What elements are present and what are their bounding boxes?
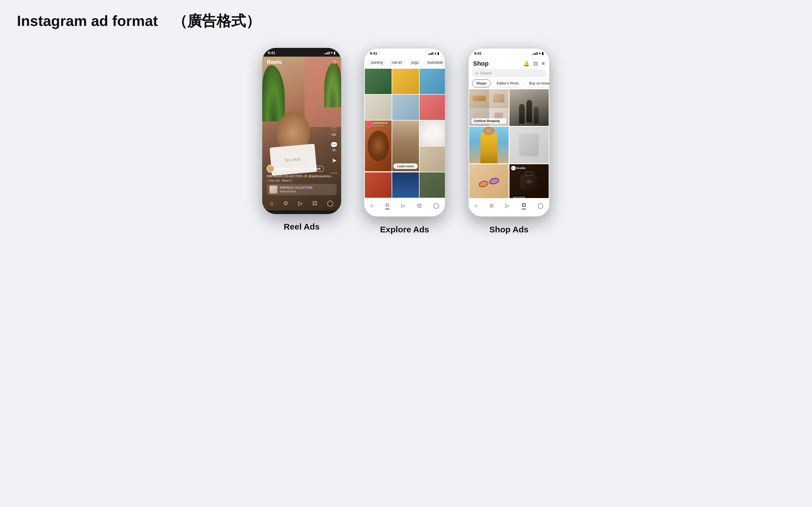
reel-share-icon: ➤: [332, 157, 337, 164]
shop-cell-gray-hoodie[interactable]: [509, 127, 549, 163]
reel-avatar: [267, 165, 274, 173]
explore-battery-icon: ▮: [437, 52, 439, 55]
phones-row: 9:41 ▾ ▮: [17, 48, 795, 234]
explore-cell-plants[interactable]: [365, 69, 392, 94]
shop-notification-icon[interactable]: 🔔: [523, 61, 529, 67]
explore-cell-ocean[interactable]: [392, 172, 419, 198]
shop-time: 9:41: [474, 51, 481, 55]
reel-share-action[interactable]: ➤: [332, 157, 337, 164]
shop-wishlist-icon[interactable]: ⊡: [534, 61, 538, 67]
explore-tag-painting[interactable]: painting: [368, 59, 386, 66]
explore-nav-search-icon[interactable]: ⊙: [385, 202, 389, 209]
explore-grid: notablefood Sponsored Learn more: [364, 68, 445, 198]
explore-cell-yellow[interactable]: [392, 69, 419, 94]
reel-phone-shell: 9:41 ▾ ▮: [262, 48, 341, 214]
explore-sponsored-info: notablefood Sponsored: [373, 122, 388, 127]
explore-cell-sponsored[interactable]: notablefood Sponsored: [365, 121, 392, 171]
reel-comment-count: 83: [333, 149, 336, 152]
explore-cell-sofa[interactable]: [419, 172, 445, 198]
shop-tab-shops[interactable]: Shops: [472, 79, 491, 87]
reel-nav-shop-icon[interactable]: ⊡: [312, 200, 317, 207]
reel-song: ♪ Cleo Sol · When I'l: [267, 179, 292, 182]
explore-learn-more-button[interactable]: Learn more: [393, 163, 418, 169]
shop-cell-bag[interactable]: F feroldis Sponsored: [509, 164, 549, 198]
shop-tab-editors-picks[interactable]: Editor's Picks: [493, 79, 523, 87]
shop-search-bar[interactable]: ⊙ Search: [472, 69, 546, 77]
shop-search-icon: ⊙: [475, 71, 478, 75]
explore-sponsored-avatar: [366, 122, 371, 127]
shop-header-icons: 🔔 ⊡ ≡: [523, 61, 545, 67]
reel-plant-left: [262, 65, 285, 121]
shop-phone-shell: 9:41 ▾ ▮ Shop 🔔: [468, 48, 550, 217]
shop-brand-badge: F feroldis: [511, 166, 526, 170]
explore-cell-desk[interactable]: [365, 95, 392, 120]
shop-cell-yellow-person[interactable]: [469, 127, 509, 163]
reel-label: Reel Ads: [284, 222, 319, 231]
explore-bottom-nav: ⌂ ⊙ ▷ ⊡ ◯: [364, 198, 445, 213]
reel-like-action[interactable]: ♡ 692: [331, 126, 337, 136]
explore-tag-nailart[interactable]: nail art: [389, 59, 405, 66]
shop-search-placeholder: Search: [480, 71, 492, 75]
explore-cell-bike[interactable]: [392, 95, 419, 120]
explore-time: 9:41: [370, 51, 377, 55]
reel-status-bar: 9:41 ▾ ▮: [262, 48, 341, 57]
explore-nav-shop-icon[interactable]: ⊡: [417, 203, 421, 209]
reel-nav-profile-icon[interactable]: ◯: [327, 200, 333, 207]
reel-nav-search-icon[interactable]: ⊙: [283, 200, 288, 207]
shop-cell-bottles[interactable]: [509, 89, 549, 126]
explore-status-bar: 9:41 ▾ ▮: [364, 48, 445, 57]
explore-screen: painting nail art yoga basketball t...: [364, 57, 445, 213]
explore-cell-pink[interactable]: [419, 95, 445, 120]
shop-nav-shop-icon[interactable]: ⊡: [522, 202, 526, 209]
explore-status-icons: ▾ ▮: [428, 52, 439, 55]
shop-page-title: Shop: [473, 60, 489, 67]
reel-follow-button[interactable]: Follow: [307, 166, 324, 172]
explore-tag-basketball[interactable]: basketball: [424, 59, 445, 66]
explore-cell-kitchen[interactable]: [419, 147, 445, 172]
reel-user-info: wildling_beauty Follow EMPRESS COLLECTIO…: [262, 165, 341, 182]
shop-menu-icon[interactable]: ≡: [542, 61, 545, 67]
reel-status-icons: ▾ ▮: [324, 51, 336, 55]
reel-nav-home-icon[interactable]: ⌂: [270, 200, 273, 207]
reel-like-count: 692: [332, 133, 336, 136]
shop-nav-search-icon[interactable]: ⊙: [490, 203, 494, 209]
shop-cell-sunglasses1[interactable]: [469, 164, 509, 198]
reel-comment-action[interactable]: 💬 83: [330, 142, 338, 152]
reel-header-label: Reels: [267, 59, 282, 65]
shop-status-icons: ▾ ▮: [532, 51, 544, 55]
reel-screen: DLING Reels ⊙ ♡ 692 💬 83: [262, 57, 341, 210]
reel-overlay-top: Reels ⊙: [262, 57, 341, 68]
explore-tag-yoga[interactable]: yoga: [408, 59, 422, 66]
shop-cell-continue[interactable]: Continue Shopping: [469, 89, 509, 126]
reel-comment-icon: 💬: [330, 142, 338, 149]
shop-signal: [532, 52, 538, 55]
shop-tab-buy-on-instagram[interactable]: Buy on Instagram: [525, 79, 549, 87]
reel-username[interactable]: wildling_beauty: [277, 167, 305, 171]
reel-wifi-icon: ▾: [331, 51, 333, 55]
reel-product-card[interactable]: EMPRESS COLLECTION View product: [267, 184, 337, 195]
explore-phone-unit: 9:41 ▾ ▮ painting nail art: [364, 48, 446, 234]
shop-status-bar: 9:41 ▾ ▮: [469, 48, 549, 57]
reel-nav-reels-icon[interactable]: ▷: [298, 200, 303, 207]
reel-phone-unit: 9:41 ▾ ▮: [262, 48, 341, 231]
reel-view-product-link[interactable]: View product: [280, 190, 312, 193]
shop-continue-shopping-label: Continue Shopping: [471, 118, 506, 124]
shop-bottom-nav: ⌂ ⊙ ▷ ⊡ ◯: [469, 198, 549, 213]
explore-cell-dog[interactable]: [419, 121, 445, 146]
shop-nav-home-icon[interactable]: ⌂: [474, 203, 477, 209]
explore-nav-reels-icon[interactable]: ▷: [401, 203, 405, 209]
explore-label: Explore Ads: [380, 225, 429, 234]
reel-signal: [324, 52, 329, 54]
shop-nav-profile-icon[interactable]: ◯: [538, 203, 543, 209]
explore-cell-blue[interactable]: [419, 69, 445, 94]
shop-tabs: Shops Editor's Picks Buy on Instagram: [469, 79, 549, 88]
explore-nav-home-icon[interactable]: ⌂: [370, 203, 373, 209]
shop-nav-reels-icon[interactable]: ▷: [506, 203, 509, 209]
explore-phone-shell: 9:41 ▾ ▮ painting nail art: [364, 48, 446, 217]
shop-label: Shop Ads: [490, 225, 529, 234]
reel-battery-icon: ▮: [334, 51, 336, 55]
explore-cell-girl[interactable]: Learn more: [392, 121, 419, 171]
explore-sponsored-name: notablefood: [373, 122, 388, 124]
explore-cell-food[interactable]: [365, 172, 392, 198]
explore-nav-profile-icon[interactable]: ◯: [434, 203, 439, 209]
